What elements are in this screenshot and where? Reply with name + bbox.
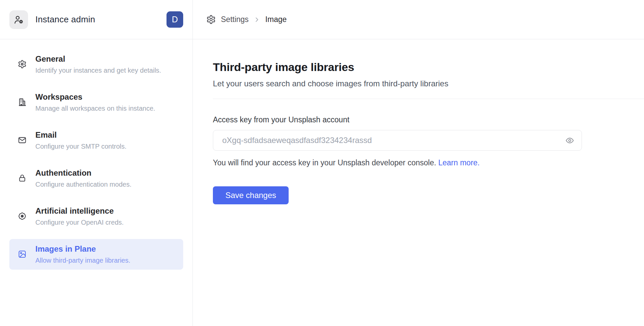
access-key-input-wrap bbox=[213, 130, 582, 151]
page-title: Third-party image libraries bbox=[213, 61, 644, 74]
sidebar-item-authentication[interactable]: Authentication Configure authentication … bbox=[9, 163, 183, 194]
sidebar-item-label: Email bbox=[35, 130, 126, 140]
sidebar-item-description: Manage all workspaces on this instance. bbox=[35, 104, 155, 112]
sidebar-nav: General Identify your instances and get … bbox=[0, 39, 193, 279]
image-icon bbox=[18, 250, 27, 259]
ai-cog-icon bbox=[18, 212, 27, 221]
section-divider bbox=[213, 99, 644, 99]
page-subtitle: Let your users search and choose images … bbox=[213, 79, 644, 88]
sidebar-item-label: Workspaces bbox=[35, 92, 155, 102]
sidebar-item-label: Images in Plane bbox=[35, 244, 130, 254]
cog-icon bbox=[18, 60, 27, 69]
sidebar-item-workspaces[interactable]: Workspaces Manage all workspaces on this… bbox=[9, 87, 183, 118]
sidebar-item-description: Configure your SMTP controls. bbox=[35, 142, 126, 150]
access-key-label: Access key from your Unsplash account bbox=[213, 115, 644, 124]
lock-icon bbox=[18, 174, 27, 183]
sidebar-item-description: Allow third-party image libraries. bbox=[35, 256, 130, 264]
chevron-right-icon bbox=[253, 16, 261, 23]
sidebar-item-label: General bbox=[35, 54, 161, 64]
sidebar-item-description: Configure authentication modes. bbox=[35, 180, 131, 188]
main-panel: Settings Image Third-party image librari… bbox=[193, 0, 644, 326]
sidebar-item-label: Artificial intelligence bbox=[35, 206, 124, 216]
app-title: Instance admin bbox=[35, 14, 95, 25]
sidebar-item-images-in-plane[interactable]: Images in Plane Allow third-party image … bbox=[9, 239, 183, 270]
sidebar-item-general[interactable]: General Identify your instances and get … bbox=[9, 49, 183, 80]
user-cog-icon bbox=[9, 10, 28, 29]
helper-text: You will find your access key in your Un… bbox=[213, 158, 644, 167]
sidebar-item-description: Identify your instances and get key deta… bbox=[35, 66, 161, 74]
sidebar: Instance admin D General Identify your i… bbox=[0, 0, 193, 326]
breadcrumb-current: Image bbox=[265, 15, 287, 24]
learn-more-link[interactable]: Learn more. bbox=[438, 158, 479, 167]
helper-text-body: You will find your access key in your Un… bbox=[213, 158, 436, 167]
settings-content: Third-party image libraries Let your use… bbox=[193, 39, 644, 204]
sidebar-item-label: Authentication bbox=[35, 168, 131, 178]
breadcrumb: Settings Image bbox=[193, 0, 644, 39]
sidebar-header: Instance admin D bbox=[0, 0, 193, 39]
access-key-input[interactable] bbox=[213, 130, 582, 151]
eye-icon[interactable] bbox=[564, 135, 575, 146]
breadcrumb-settings[interactable]: Settings bbox=[221, 15, 249, 24]
building-icon bbox=[18, 98, 27, 107]
save-button[interactable]: Save changes bbox=[213, 186, 289, 204]
mail-icon bbox=[18, 136, 27, 145]
user-avatar[interactable]: D bbox=[167, 11, 183, 28]
instance-admin-app: Instance admin D General Identify your i… bbox=[0, 0, 644, 326]
sidebar-item-email[interactable]: Email Configure your SMTP controls. bbox=[9, 125, 183, 156]
settings-gear-icon bbox=[206, 15, 216, 24]
sidebar-item-description: Configure your OpenAI creds. bbox=[35, 218, 124, 226]
sidebar-item-artificial-intelligence[interactable]: Artificial intelligence Configure your O… bbox=[9, 201, 183, 232]
